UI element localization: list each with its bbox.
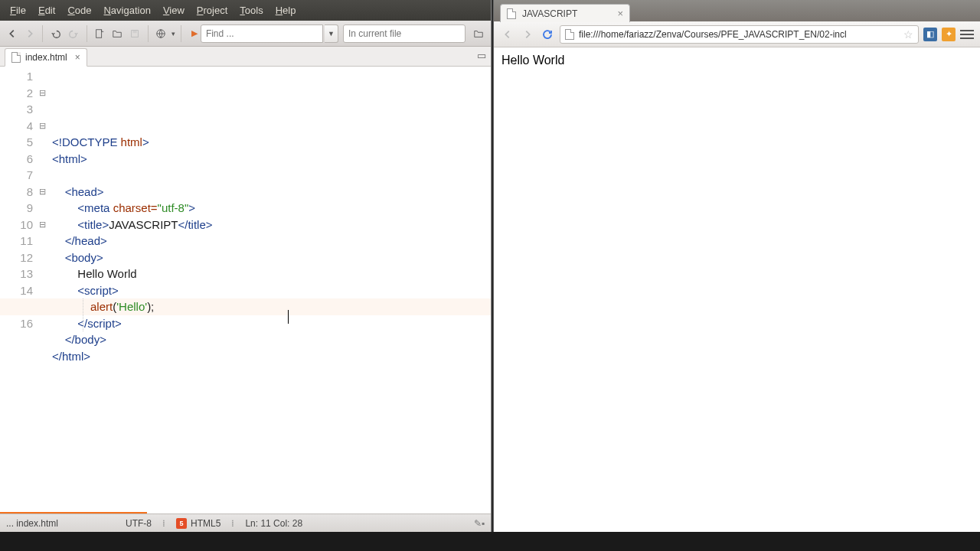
nav-back-button[interactable] [5, 25, 19, 42]
edit-mode-icon[interactable]: ✎▪ [474, 518, 485, 529]
editor-toolbar: ▾ ▶ ▼ [0, 21, 491, 47]
find-dropdown[interactable]: ▼ [325, 24, 338, 43]
panel-toggle-icon[interactable]: ▭ [477, 50, 486, 61]
new-file-button[interactable] [92, 25, 106, 42]
bookmark-star-icon[interactable]: ☆ [903, 28, 913, 41]
find-input[interactable] [201, 24, 323, 43]
status-encoding[interactable]: UTF-8 [126, 518, 152, 529]
menu-help[interactable]: Help [270, 2, 302, 18]
browser-tab[interactable]: JAVASCRIPT × [500, 4, 630, 22]
svg-rect-0 [96, 29, 102, 37]
status-bar: ... index.html UTF-8 ⁞ 5HTML5 ⁞ Ln: 11 C… [0, 514, 491, 532]
status-file[interactable]: ... index.html [6, 518, 58, 529]
menu-bar: FileEditCodeNavigationViewProjectToolsHe… [0, 0, 491, 21]
status-syntax[interactable]: 5HTML5 [176, 518, 220, 529]
close-tab-icon[interactable]: × [75, 52, 80, 63]
html5-icon: 5 [176, 518, 187, 529]
find-scope-input[interactable] [343, 24, 466, 43]
browser-tab-strip: JAVASCRIPT × [494, 0, 980, 21]
page-icon [565, 29, 574, 40]
save-button[interactable] [128, 25, 142, 42]
close-tab-icon[interactable]: × [617, 8, 623, 19]
text-cursor [288, 310, 289, 324]
menu-navigation[interactable]: Navigation [98, 2, 155, 18]
open-project-button[interactable] [472, 25, 486, 42]
undo-button[interactable] [48, 25, 63, 42]
menu-project[interactable]: Project [191, 2, 233, 18]
find-run-icon: ▶ [191, 28, 198, 38]
editor-window: FileEditCodeNavigationViewProjectToolsHe… [0, 0, 492, 532]
status-cursor: Ln: 11 Col: 28 [245, 518, 302, 529]
browser-preview-button[interactable] [154, 25, 168, 42]
browser-window: JAVASCRIPT × file:///home/fariazz/Zenva/… [493, 0, 980, 532]
browser-tab-title: JAVASCRIPT [522, 8, 577, 19]
menu-tools[interactable]: Tools [234, 2, 268, 18]
menu-file[interactable]: File [5, 2, 31, 18]
menu-view[interactable]: View [158, 2, 190, 18]
browser-menu-button[interactable] [960, 30, 974, 39]
url-bar[interactable]: file:///home/fariazz/Zenva/Courses/PFE_J… [560, 25, 919, 44]
page-body-text: Hello World [501, 54, 564, 67]
redo-button[interactable] [66, 25, 80, 42]
menu-edit[interactable]: Edit [33, 2, 60, 18]
browser-viewport[interactable]: Hello World [494, 47, 980, 532]
code-editor[interactable]: 12345678910111213141516 ⊟⊟⊟⊟ <!DOCTYPE h… [0, 67, 491, 514]
file-icon [11, 52, 21, 63]
url-text: file:///home/fariazz/Zenva/Courses/PFE_J… [579, 29, 847, 40]
open-folder-button[interactable] [110, 25, 125, 42]
menu-code[interactable]: Code [62, 2, 96, 18]
file-tab-index[interactable]: index.html × [5, 48, 87, 67]
bottom-region [0, 532, 980, 551]
browser-toolbar: file:///home/fariazz/Zenva/Courses/PFE_J… [494, 21, 980, 47]
scroll-indicator [0, 512, 147, 514]
browser-reload-button[interactable] [540, 27, 555, 42]
svg-rect-2 [133, 30, 137, 33]
file-tab-bar: index.html × ▭ [0, 47, 491, 67]
nav-forward-button[interactable] [22, 25, 37, 42]
extension-icon-2[interactable]: ✦ [942, 28, 956, 41]
page-icon [507, 8, 516, 19]
extension-icon-1[interactable]: ◧ [923, 28, 937, 41]
browser-forward-button[interactable] [520, 27, 535, 42]
file-tab-label: index.html [25, 52, 67, 63]
browser-back-button[interactable] [500, 27, 515, 42]
